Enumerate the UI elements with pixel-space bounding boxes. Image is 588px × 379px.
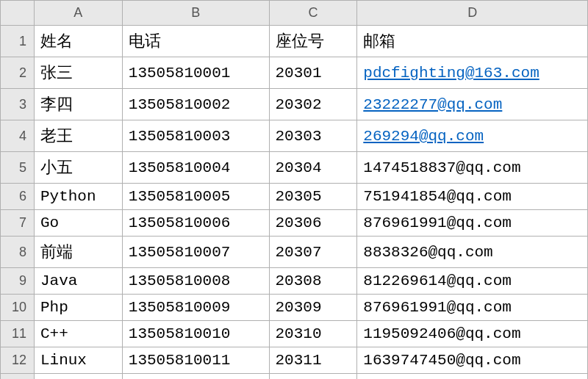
cell-name[interactable]: 张三 [34, 57, 122, 89]
cell-email[interactable]: 23222277@qq.com [357, 89, 588, 120]
row-header[interactable]: 8 [1, 237, 35, 268]
cell-seat[interactable]: 20303 [269, 120, 357, 152]
cell-email[interactable]: 876961991@qq.com [357, 210, 588, 237]
col-header-d[interactable]: D [357, 1, 588, 26]
row-header[interactable]: 3 [1, 89, 35, 120]
col-header-b[interactable]: B [122, 1, 269, 26]
cell-email[interactable]: 812269614@qq.com [357, 268, 588, 295]
col-header-a[interactable]: A [34, 1, 122, 26]
cell-seat[interactable]: 20310 [269, 321, 357, 347]
cell-a1[interactable]: 姓名 [34, 26, 122, 57]
table-row: 7 Go 13505810006 20306 876961991@qq.com [1, 210, 588, 237]
corner-cell[interactable] [1, 1, 35, 26]
cell-phone[interactable]: 13505810002 [122, 89, 269, 120]
table-row: 6 Python 13505810005 20305 751941854@qq.… [1, 184, 588, 210]
table-row: 8 前端 13505810007 20307 8838326@qq.com [1, 237, 588, 268]
cell-email[interactable]: 876961991@qq.com [357, 295, 588, 321]
cell-name[interactable]: C++ [34, 321, 122, 347]
cell-phone[interactable]: 13505810011 [122, 347, 269, 374]
cell-seat[interactable]: 20301 [269, 57, 357, 89]
cell-b1[interactable]: 电话 [122, 26, 269, 57]
table-row: 13 Lurua 13505810012 20312 1226684564@qq… [1, 374, 588, 380]
spreadsheet: A B C D 1 姓名 电话 座位号 邮箱 2 张三 13505810001 … [0, 0, 588, 379]
cell-d1[interactable]: 邮箱 [357, 26, 588, 57]
cell-phone[interactable]: 13505810007 [122, 237, 269, 268]
cell-name[interactable]: Go [34, 210, 122, 237]
row-header[interactable]: 13 [1, 374, 35, 380]
cell-seat[interactable]: 20312 [269, 374, 357, 380]
cell-seat[interactable]: 20307 [269, 237, 357, 268]
cell-phone[interactable]: 13505810012 [122, 374, 269, 380]
row-header[interactable]: 12 [1, 347, 35, 374]
cell-seat[interactable]: 20304 [269, 152, 357, 184]
cell-email[interactable]: 751941854@qq.com [357, 184, 588, 210]
cell-seat[interactable]: 20308 [269, 268, 357, 295]
cell-email[interactable]: 269294@qq.com [357, 120, 588, 152]
table-row: 5 小五 13505810004 20304 1474518837@qq.com [1, 152, 588, 184]
cell-name[interactable]: Linux [34, 347, 122, 374]
cell-phone[interactable]: 13505810005 [122, 184, 269, 210]
row-header[interactable]: 1 [1, 26, 35, 57]
table-row: 10 Php 13505810009 20309 876961991@qq.co… [1, 295, 588, 321]
cell-phone[interactable]: 13505810006 [122, 210, 269, 237]
table-row: 9 Java 13505810008 20308 812269614@qq.co… [1, 268, 588, 295]
row-header[interactable]: 9 [1, 268, 35, 295]
table-row: 3 李四 13505810002 20302 23222277@qq.com [1, 89, 588, 120]
cell-name[interactable]: 李四 [34, 89, 122, 120]
cell-seat[interactable]: 20306 [269, 210, 357, 237]
cell-c1[interactable]: 座位号 [269, 26, 357, 57]
cell-seat[interactable]: 20311 [269, 347, 357, 374]
row-header[interactable]: 2 [1, 57, 35, 89]
cell-email[interactable]: 1195092406@qq.com [357, 321, 588, 347]
cell-phone[interactable]: 13505810009 [122, 295, 269, 321]
row-header[interactable]: 6 [1, 184, 35, 210]
cell-name[interactable]: 老王 [34, 120, 122, 152]
row-header[interactable]: 7 [1, 210, 35, 237]
table-row: 2 张三 13505810001 20301 pdcfighting@163.c… [1, 57, 588, 89]
col-header-c[interactable]: C [269, 1, 357, 26]
cell-name[interactable]: 小五 [34, 152, 122, 184]
cell-phone[interactable]: 13505810001 [122, 57, 269, 89]
cell-seat[interactable]: 20302 [269, 89, 357, 120]
table-row: 12 Linux 13505810011 20311 1639747450@qq… [1, 347, 588, 374]
cell-seat[interactable]: 20305 [269, 184, 357, 210]
cell-email[interactable]: 8838326@qq.com [357, 237, 588, 268]
cell-phone[interactable]: 13505810008 [122, 268, 269, 295]
cell-email[interactable]: 1639747450@qq.com [357, 347, 588, 374]
cell-seat[interactable]: 20309 [269, 295, 357, 321]
cell-name[interactable]: 前端 [34, 237, 122, 268]
cell-name[interactable]: Java [34, 268, 122, 295]
table-row: 4 老王 13505810003 20303 269294@qq.com [1, 120, 588, 152]
cell-email[interactable]: 1226684564@qq.com [357, 374, 588, 380]
cell-phone[interactable]: 13505810004 [122, 152, 269, 184]
cell-email[interactable]: pdcfighting@163.com [357, 57, 588, 89]
cell-phone[interactable]: 13505810010 [122, 321, 269, 347]
column-header-row: A B C D [1, 1, 588, 26]
row-header[interactable]: 5 [1, 152, 35, 184]
row-header[interactable]: 10 [1, 295, 35, 321]
cell-name[interactable]: Php [34, 295, 122, 321]
cell-name[interactable]: Python [34, 184, 122, 210]
table-row: 1 姓名 电话 座位号 邮箱 [1, 26, 588, 57]
cell-phone[interactable]: 13505810003 [122, 120, 269, 152]
table-row: 11 C++ 13505810010 20310 1195092406@qq.c… [1, 321, 588, 347]
cell-name[interactable]: Lurua [34, 374, 122, 380]
cell-email[interactable]: 1474518837@qq.com [357, 152, 588, 184]
row-header[interactable]: 11 [1, 321, 35, 347]
row-header[interactable]: 4 [1, 120, 35, 152]
